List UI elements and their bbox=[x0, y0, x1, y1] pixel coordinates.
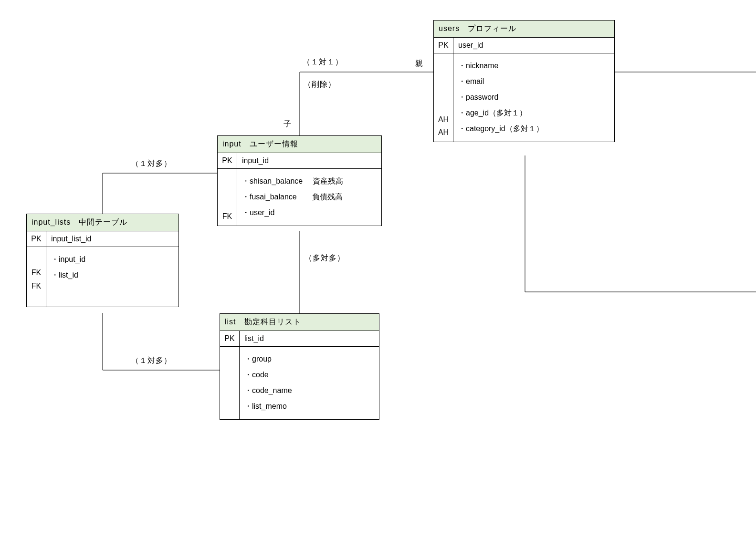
label-one-to-many-lower: （１対多） bbox=[131, 356, 172, 366]
field: ・password bbox=[458, 90, 609, 105]
field: ・nickname bbox=[458, 58, 609, 74]
key-ah-1: AH bbox=[438, 113, 449, 126]
field: ・code_name bbox=[244, 383, 374, 399]
field: ・list_id bbox=[51, 268, 174, 283]
key-pk: PK bbox=[220, 331, 240, 346]
field: ・age_id（多対１） bbox=[458, 105, 609, 121]
field: ・fusai_balance 負債残高 bbox=[242, 189, 377, 205]
key-pk: PK bbox=[218, 153, 237, 168]
label-one-to-one: （１対１） bbox=[303, 57, 343, 67]
fields-row: ・group ・code ・code_name ・list_memo bbox=[220, 347, 379, 419]
key-col: FK FK bbox=[27, 247, 46, 307]
label-child: 子 bbox=[284, 119, 292, 129]
pk-value: input_list_id bbox=[46, 231, 178, 247]
field: ・input_id bbox=[51, 252, 174, 268]
field: ・list_memo bbox=[244, 399, 374, 414]
table-header: input ユーザー情報 bbox=[218, 136, 381, 153]
field: ・shisan_balance 資産残高 bbox=[242, 174, 377, 189]
key-pk: PK bbox=[434, 38, 453, 53]
field: ・category_id（多対１） bbox=[458, 121, 609, 137]
fields-list: ・input_id ・list_id bbox=[51, 250, 174, 285]
table-header: users プロフィール bbox=[434, 21, 614, 38]
key-fk-1: FK bbox=[32, 266, 41, 279]
table-header: list 勘定科目リスト bbox=[220, 314, 379, 331]
er-diagram: （１対１） 親 （削除） 子 （１対多） （多対多） （１対多） users プ… bbox=[0, 0, 756, 538]
field: ・user_id bbox=[242, 205, 377, 221]
fields-row: FK ・shisan_balance 資産残高 ・fusai_balance 負… bbox=[218, 169, 381, 226]
key-col: FK bbox=[218, 169, 237, 226]
table-users: users プロフィール PK user_id AH AH ・nickname … bbox=[433, 20, 615, 142]
key-pk: PK bbox=[27, 231, 46, 247]
key-col: AH AH bbox=[434, 53, 453, 142]
label-many-to-many: （多対多） bbox=[304, 253, 345, 263]
field: ・code bbox=[244, 367, 374, 383]
table-header: input_lists 中間テーブル bbox=[27, 214, 178, 231]
key-fk: FK bbox=[222, 210, 232, 226]
pk-row: PK list_id bbox=[220, 331, 379, 347]
fields-row: FK FK ・input_id ・list_id bbox=[27, 247, 178, 307]
fields-list: ・group ・code ・code_name ・list_memo bbox=[244, 350, 374, 416]
label-parent: 親 bbox=[415, 59, 423, 69]
field: ・email bbox=[458, 74, 609, 90]
pk-row: PK input_list_id bbox=[27, 231, 178, 247]
key-col bbox=[220, 347, 240, 419]
fields-list: ・shisan_balance 資産残高 ・fusai_balance 負債残高… bbox=[242, 172, 377, 222]
pk-value: input_id bbox=[237, 153, 381, 168]
pk-row: PK user_id bbox=[434, 38, 614, 53]
pk-value: user_id bbox=[453, 38, 614, 53]
pk-value: list_id bbox=[240, 331, 379, 346]
key-fk-2: FK bbox=[32, 279, 41, 293]
table-list: list 勘定科目リスト PK list_id ・group ・code ・co… bbox=[220, 313, 379, 420]
fields-list: ・nickname ・email ・password ・age_id（多対１） … bbox=[458, 57, 609, 138]
fields-row: AH AH ・nickname ・email ・password ・age_id… bbox=[434, 53, 614, 142]
label-delete: （削除） bbox=[304, 80, 336, 90]
label-one-to-many-upper: （１対多） bbox=[131, 159, 172, 169]
key-ah-2: AH bbox=[438, 126, 449, 142]
pk-row: PK input_id bbox=[218, 153, 381, 169]
table-input-lists: input_lists 中間テーブル PK input_list_id FK F… bbox=[26, 214, 179, 307]
field: ・group bbox=[244, 352, 374, 367]
table-input: input ユーザー情報 PK input_id FK ・shisan_bala… bbox=[217, 135, 382, 226]
